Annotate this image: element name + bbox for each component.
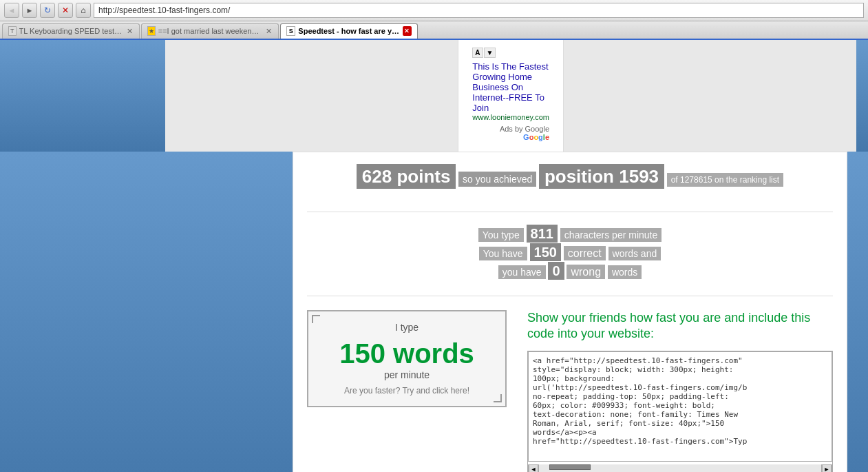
tab-icon-married: ★ [147, 26, 156, 36]
correct-word: correct [564, 246, 606, 260]
tab-close-married[interactable]: ✕ [265, 26, 273, 36]
main-section: 628 points so you achieved position 1593… [0, 152, 868, 472]
chars-number: 811 [527, 225, 558, 243]
chars-label: You type [478, 228, 524, 242]
ad-link[interactable]: This Is The Fastest Growing Home Busines… [472, 61, 548, 113]
tab-bar: T TL Keyboarding SPEED test - Page 12 ✕ … [0, 21, 868, 40]
scroll-thumb[interactable] [549, 464, 591, 470]
ad-section: A ▼ This Is The Fastest Growing Home Bus… [0, 40, 868, 152]
scroll-track [538, 464, 822, 472]
corner-decoration-tl [312, 315, 320, 323]
ad-url: www.looniemoney.com [472, 113, 549, 121]
ad-banner: A ▼ This Is The Fastest Growing Home Bus… [458, 40, 564, 152]
ads-by: Ads by Google Google [472, 125, 549, 141]
home-button[interactable]: ⌂ [76, 3, 91, 18]
chars-line: You type 811 characters per minute [307, 226, 833, 242]
stats-section: You type 811 characters per minute You h… [307, 226, 833, 296]
tab-label-speedtest: Speedtest - how fast are you? [298, 27, 399, 35]
ad-label: A ▼ [472, 48, 496, 58]
position-value: position 1593 [539, 164, 664, 189]
wpm-label: I type [319, 322, 495, 333]
browser-frame: ◄ ► ↻ ✕ ⌂ http://speedtest.10-fast-finge… [0, 0, 868, 472]
google-e: e [545, 133, 549, 141]
wrong-label: you have [498, 265, 546, 279]
results-container: 628 points so you achieved position 1593… [293, 152, 847, 472]
points-section: 628 points so you achieved position 1593… [307, 166, 833, 198]
achieved-label: so you achieved [458, 172, 536, 187]
stop-button[interactable]: ✕ [58, 3, 73, 18]
corner-decoration-br [494, 394, 502, 402]
code-box: ◄ ► [527, 351, 833, 472]
tab-close-keyboarding[interactable]: ✕ [126, 26, 134, 36]
code-textarea[interactable] [528, 351, 832, 462]
tab-keyboarding[interactable]: T TL Keyboarding SPEED test - Page 12 ✕ [2, 23, 140, 39]
share-title: Show your friends how fast you are and i… [527, 310, 833, 342]
tab-speedtest[interactable]: S Speedtest - how fast are you? ✕ [280, 23, 418, 39]
wrong-number: 0 [548, 262, 564, 280]
page-content: A ▼ This Is The Fastest Growing Home Bus… [0, 40, 868, 472]
left-sidebar-main [0, 152, 293, 472]
wrong-word: wrong [567, 265, 605, 279]
ranking-text: of 1278615 on the ranking list [667, 173, 783, 187]
share-section: I type 150 words per minute Are you fast… [307, 310, 833, 472]
wpm-cta[interactable]: Are you faster? Try and click here! [319, 386, 495, 396]
scrollbar[interactable]: ◄ ► [528, 464, 832, 472]
correct-line: You have 150 correct words and [307, 245, 833, 260]
ads-by-text: Ads by Google [500, 125, 549, 133]
tab-label-married: ==I got married last weekend [pics]=... [158, 27, 262, 35]
right-sidebar-ad [856, 40, 868, 152]
tab-married[interactable]: ★ ==I got married last weekend [pics]=..… [141, 23, 279, 39]
points-value: 628 points [357, 164, 456, 189]
url-text: http://speedtest.10-fast-fingers.com/ [98, 6, 230, 15]
scroll-right-btn[interactable]: ► [822, 464, 832, 472]
wpm-box[interactable]: I type 150 words per minute Are you fast… [307, 310, 507, 407]
back-button[interactable]: ◄ [4, 3, 19, 18]
tab-close-speedtest[interactable]: ✕ [403, 26, 412, 36]
wrong-line: you have 0 wrong words [307, 263, 833, 279]
divider-top [307, 212, 833, 212]
left-sidebar-ad [0, 40, 165, 152]
browser-toolbar: ◄ ► ↻ ✕ ⌂ http://speedtest.10-fast-finge… [0, 0, 868, 21]
ad-headline[interactable]: This Is The Fastest Growing Home Busines… [472, 61, 549, 113]
tab-label-keyboarding: TL Keyboarding SPEED test - Page 12 [19, 27, 123, 35]
tab-icon-speedtest: S [286, 26, 295, 36]
correct-number: 150 [530, 243, 561, 261]
google-g2: g [538, 133, 543, 141]
wpm-number: 150 words [319, 338, 495, 369]
address-bar[interactable]: http://speedtest.10-fast-fingers.com/ [94, 3, 864, 18]
scroll-left-btn[interactable]: ◄ [529, 464, 538, 472]
forward-button[interactable]: ► [22, 3, 37, 18]
refresh-button[interactable]: ↻ [40, 3, 55, 18]
correct-label: You have [479, 247, 527, 260]
ad-label-v: ▼ [484, 48, 496, 58]
wrong-suffix: words [608, 265, 642, 279]
tab-icon-keyboarding: T [8, 26, 17, 36]
share-box: Show your friends how fast you are and i… [527, 310, 833, 472]
google-text: G [523, 133, 529, 141]
chars-suffix: characters per minute [560, 228, 661, 242]
correct-suffix: words and [608, 247, 661, 260]
wpm-per-minute: per minute [319, 369, 495, 380]
ad-label-a: A [472, 48, 483, 58]
right-sidebar-main [847, 152, 868, 472]
